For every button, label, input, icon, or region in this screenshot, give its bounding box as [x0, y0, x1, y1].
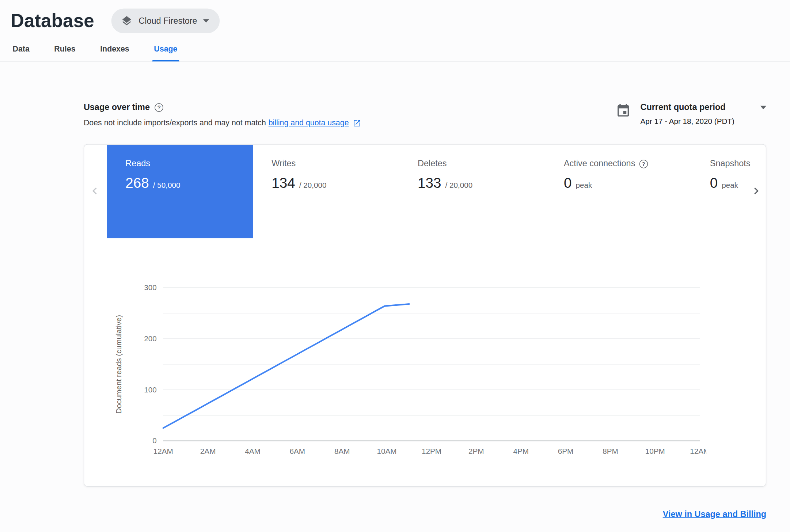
metric-tiles: Reads268/ 50,000Writes134/ 20,000Deletes… [107, 145, 766, 238]
y-tick-label: 300 [144, 283, 157, 292]
x-tick-label: 12AM [690, 447, 706, 455]
product-selector[interactable]: Cloud Firestore [111, 8, 220, 33]
metric-value: 134 [271, 175, 295, 191]
usage-subtitle-text: Does not include imports/exports and may… [84, 118, 266, 128]
x-tick-label: 2PM [468, 447, 484, 455]
metric-value: 0 [710, 175, 718, 191]
reads-series-line [163, 304, 409, 428]
x-tick-label: 12AM [153, 447, 173, 455]
x-tick-label: 12PM [422, 447, 441, 455]
x-tick-label: 8AM [334, 447, 350, 455]
firestore-icon [121, 15, 133, 27]
chevron-right-icon [749, 184, 763, 198]
calendar-icon [616, 102, 631, 118]
usage-header-left: Usage over time ? Does not include impor… [84, 102, 361, 128]
metric-label: Deletes [418, 159, 545, 169]
metric-tile-deletes[interactable]: Deletes133/ 20,000 [399, 145, 545, 238]
metric-value: 268 [125, 175, 149, 191]
x-tick-label: 2AM [200, 447, 216, 455]
tab-bar: DataRulesIndexesUsage [0, 38, 790, 61]
metric-label: Active connections? [564, 159, 691, 169]
y-tick-label: 100 [144, 385, 157, 394]
open-in-new-icon [351, 119, 361, 127]
x-tick-label: 8PM [603, 447, 618, 455]
y-tick-label: 200 [144, 334, 157, 343]
tab-indexes[interactable]: Indexes [99, 38, 130, 61]
metric-label: Snapshots [710, 159, 766, 169]
help-icon: ? [639, 159, 647, 168]
x-tick-label: 10AM [377, 447, 397, 455]
billing-quota-usage-link[interactable]: billing and quota usage [269, 118, 349, 128]
tab-usage[interactable]: Usage [153, 38, 179, 61]
firebase-database-usage-page: Database Cloud Firestore DataRulesIndexe… [0, 0, 790, 532]
tab-rules[interactable]: Rules [53, 38, 77, 61]
tab-data[interactable]: Data [12, 38, 31, 61]
metric-tile-writes[interactable]: Writes134/ 20,000 [253, 145, 399, 238]
product-selector-label: Cloud Firestore [138, 16, 197, 26]
x-tick-label: 4AM [245, 447, 261, 455]
chart-y-axis-label: Document reads (cumulative) [114, 315, 122, 414]
usage-line-chart: 010020030012AM2AM4AM6AM8AM10AM12PM2PM4PM… [132, 280, 706, 461]
x-tick-label: 6PM [558, 447, 574, 455]
usage-card: Reads268/ 50,000Writes134/ 20,000Deletes… [84, 144, 766, 487]
metric-value: 0 [564, 175, 571, 191]
metric-limit: / 20,000 [299, 181, 327, 189]
metric-label: Reads [125, 159, 253, 169]
view-usage-billing-link[interactable]: View in Usage and Billing [663, 509, 767, 519]
x-tick-label: 6AM [290, 447, 305, 455]
chevron-left-icon [88, 184, 102, 198]
metric-limit: peak [722, 181, 738, 189]
quota-period-label: Current quota period [640, 102, 725, 113]
tiles-next-button[interactable] [748, 183, 765, 200]
usage-chart-area: Document reads (cumulative) 010020030012… [84, 280, 766, 471]
page-header: Database Cloud Firestore [0, 0, 790, 33]
usage-subtitle: Does not include imports/exports and may… [84, 118, 361, 128]
help-icon[interactable]: ? [155, 103, 163, 111]
metric-limit: / 50,000 [153, 181, 181, 189]
metric-value: 133 [418, 175, 441, 191]
footer: View in Usage and Billing [84, 509, 766, 520]
y-tick-label: 0 [152, 436, 157, 445]
usage-section-header: Usage over time ? Does not include impor… [84, 102, 766, 128]
quota-period-range: Apr 17 - Apr 18, 2020 (PDT) [640, 117, 766, 125]
metric-label: Writes [271, 159, 399, 169]
quota-period-selector[interactable]: Current quota period Apr 17 - Apr 18, 20… [616, 102, 766, 125]
x-tick-label: 10PM [645, 447, 665, 455]
chevron-down-icon [760, 106, 767, 109]
tiles-prev-button[interactable] [86, 183, 103, 200]
metric-limit: / 20,000 [445, 181, 472, 189]
x-tick-label: 4PM [513, 447, 529, 455]
metric-limit: peak [576, 181, 592, 189]
chevron-down-icon [203, 19, 209, 23]
metric-tile-active-connections[interactable]: Active connections?0peak [545, 145, 691, 238]
quota-period-text: Current quota period Apr 17 - Apr 18, 20… [640, 102, 766, 125]
page-title: Database [11, 10, 94, 31]
metric-tile-reads[interactable]: Reads268/ 50,000 [107, 145, 253, 238]
usage-over-time-title: Usage over time [84, 102, 150, 113]
